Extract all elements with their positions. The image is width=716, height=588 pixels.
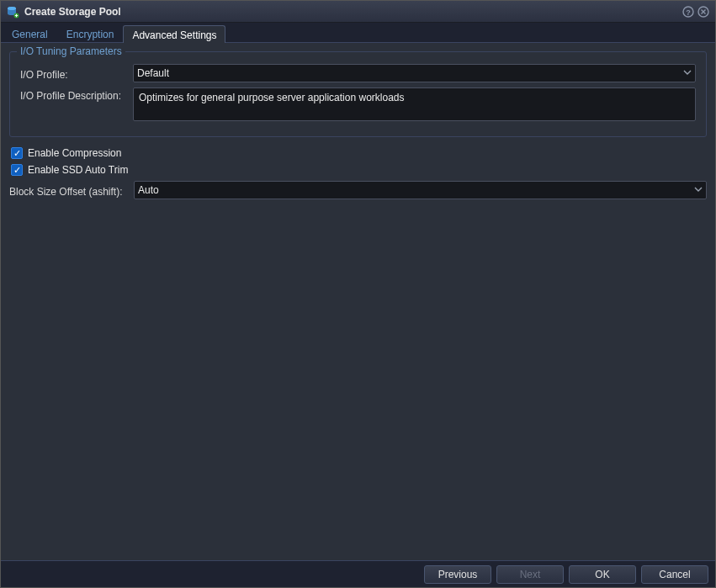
io-profile-description-label: I/O Profile Description: [20,87,128,102]
io-tuning-legend: I/O Tuning Parameters [17,45,125,57]
next-button[interactable]: Next [496,565,564,584]
io-profile-label: I/O Profile: [20,66,128,81]
help-icon[interactable]: ? [682,5,695,19]
chevron-down-icon [683,67,692,79]
window-title: Create Storage Pool [24,6,682,18]
dialog-footer: Previous Next OK Cancel [1,560,715,587]
enable-ssd-auto-trim-checkbox[interactable]: ✓ Enable SSD Auto Trim [9,164,707,176]
ok-button[interactable]: OK [569,565,636,584]
titlebar: Create Storage Pool ? [1,1,715,23]
block-size-offset-value: Auto [138,184,694,196]
cancel-button[interactable]: Cancel [641,565,708,584]
io-profile-value: Default [137,67,683,79]
storage-pool-icon [6,5,19,19]
enable-compression-checkbox[interactable]: ✓ Enable Compression [9,147,707,159]
previous-button[interactable]: Previous [424,565,491,584]
chevron-down-icon [694,184,703,196]
tab-general[interactable]: General [3,24,57,42]
checkbox-checked-icon: ✓ [11,147,23,159]
svg-point-1 [8,7,16,10]
io-tuning-fieldset: I/O Tuning Parameters I/O Profile: Defau… [9,51,707,137]
close-icon[interactable] [697,5,710,19]
enable-compression-label: Enable Compression [28,147,121,159]
enable-ssd-auto-trim-label: Enable SSD Auto Trim [28,164,128,176]
tab-encryption[interactable]: Encryption [57,24,124,42]
tab-content: I/O Tuning Parameters I/O Profile: Defau… [1,43,715,560]
tab-advanced-settings[interactable]: Advanced Settings [123,25,225,43]
block-size-offset-label: Block Size Offset (ashift): [9,183,129,198]
checkbox-checked-icon: ✓ [11,164,23,176]
io-profile-description: Optimizes for general purpose server app… [133,87,696,121]
dialog-window: Create Storage Pool ? General Encryption… [0,0,716,588]
svg-text:?: ? [686,8,691,16]
tabstrip: General Encryption Advanced Settings [1,23,715,43]
io-profile-select[interactable]: Default [133,64,696,82]
block-size-offset-select[interactable]: Auto [134,181,707,199]
